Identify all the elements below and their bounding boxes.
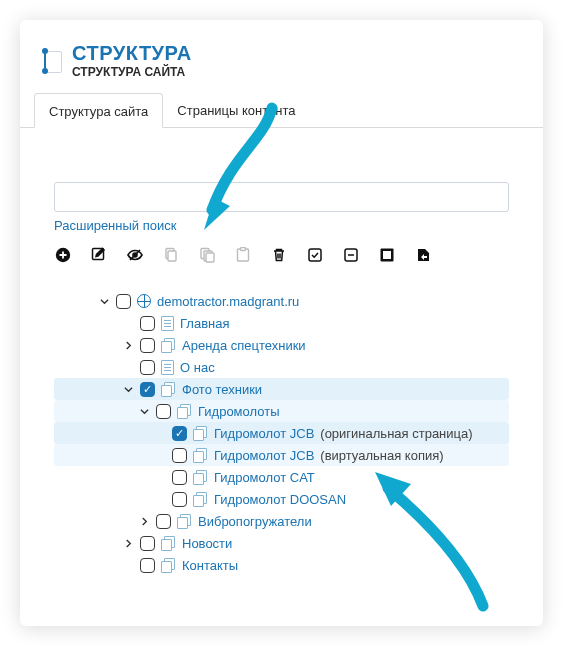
checkbox[interactable] — [140, 360, 155, 375]
svg-rect-7 — [168, 251, 176, 261]
tree-node[interactable]: О нас — [54, 356, 509, 378]
checkbox[interactable] — [116, 294, 131, 309]
node-label[interactable]: Гидромолот CAT — [214, 470, 315, 485]
pages-icon — [161, 536, 176, 551]
page-subtitle: СТРУКТУРА САЙТА — [72, 65, 192, 79]
checkbox[interactable] — [140, 558, 155, 573]
tree-node[interactable]: Контакты — [54, 554, 509, 576]
expand-toggle[interactable] — [138, 405, 150, 417]
node-label[interactable]: Гидромолот DOOSAN — [214, 492, 346, 507]
expand-toggle[interactable] — [122, 383, 134, 395]
checkbox[interactable] — [140, 382, 155, 397]
page-icon — [161, 360, 174, 375]
checkbox[interactable] — [172, 426, 187, 441]
node-label[interactable]: Фото техники — [182, 382, 262, 397]
paste-button[interactable] — [234, 246, 252, 264]
expand-button[interactable] — [378, 246, 396, 264]
tree-node[interactable]: Аренда спецтехники — [54, 334, 509, 356]
pages-icon — [193, 426, 208, 441]
pages-icon — [177, 514, 192, 529]
tree-node[interactable]: Гидромолоты — [54, 400, 509, 422]
node-label[interactable]: Гидромолоты — [198, 404, 279, 419]
tabs: Структура сайта Страницы контента — [20, 93, 543, 128]
copy-branch-button[interactable] — [198, 246, 216, 264]
checkbox[interactable] — [156, 514, 171, 529]
node-label[interactable]: Гидромолот JCB — [214, 426, 314, 441]
search-input[interactable] — [63, 183, 494, 211]
svg-rect-13 — [309, 249, 321, 261]
pages-icon — [161, 338, 176, 353]
advanced-search-link[interactable]: Расширенный поиск — [54, 218, 176, 233]
tree-node-selected[interactable]: Гидромолот JCB (оригинальная страница) — [54, 422, 509, 444]
add-button[interactable] — [54, 246, 72, 264]
node-label[interactable]: Главная — [180, 316, 229, 331]
pages-icon — [193, 448, 208, 463]
checkbox[interactable] — [140, 316, 155, 331]
export-button[interactable] — [414, 246, 432, 264]
checkbox[interactable] — [140, 536, 155, 551]
checkbox[interactable] — [156, 404, 171, 419]
page-icon — [161, 316, 174, 331]
pages-icon — [177, 404, 192, 419]
tree-root[interactable]: demotractor.madgrant.ru — [54, 290, 509, 312]
expand-toggle[interactable] — [122, 339, 134, 351]
tree-node[interactable]: Главная — [54, 312, 509, 334]
edit-button[interactable] — [90, 246, 108, 264]
content-area: Расширенный поиск — [20, 128, 543, 586]
search-icon[interactable] — [494, 188, 502, 206]
structure-icon — [42, 48, 62, 74]
pages-icon — [161, 382, 176, 397]
tree-node[interactable]: Гидромолот DOOSAN — [54, 488, 509, 510]
node-label[interactable]: Контакты — [182, 558, 238, 573]
node-label[interactable]: Аренда спецтехники — [182, 338, 306, 353]
tree-view: demotractor.madgrant.ru Главная Аренда с… — [54, 290, 509, 576]
tree-node[interactable]: Новости — [54, 532, 509, 554]
svg-rect-12 — [241, 248, 246, 251]
tree-node[interactable]: Вибропогружатели — [54, 510, 509, 532]
node-label[interactable]: Вибропогружатели — [198, 514, 312, 529]
expand-toggle[interactable] — [138, 515, 150, 527]
select-all-button[interactable] — [306, 246, 324, 264]
tab-content-pages[interactable]: Страницы контента — [163, 93, 309, 127]
checkbox[interactable] — [140, 338, 155, 353]
checkbox[interactable] — [172, 448, 187, 463]
node-label[interactable]: Гидромолот JCB — [214, 448, 314, 463]
pages-icon — [193, 470, 208, 485]
expand-toggle[interactable] — [98, 295, 110, 307]
deselect-all-button[interactable] — [342, 246, 360, 264]
delete-button[interactable] — [270, 246, 288, 264]
node-label[interactable]: О нас — [180, 360, 215, 375]
panel-header: СТРУКТУРА СТРУКТУРА САЙТА — [20, 20, 543, 87]
checkbox[interactable] — [172, 470, 187, 485]
copy-button[interactable] — [162, 246, 180, 264]
page-title: СТРУКТУРА — [72, 42, 192, 65]
structure-panel: СТРУКТУРА СТРУКТУРА САЙТА Структура сайт… — [20, 20, 543, 626]
checkbox[interactable] — [172, 492, 187, 507]
toolbar — [54, 246, 509, 264]
svg-rect-10 — [206, 253, 214, 262]
node-suffix: (оригинальная страница) — [320, 426, 472, 441]
tab-site-structure[interactable]: Структура сайта — [34, 93, 163, 128]
tree-node[interactable]: Гидромолот CAT — [54, 466, 509, 488]
pages-icon — [161, 558, 176, 573]
tree-node[interactable]: Гидромолот JCB (виртуальная копия) — [54, 444, 509, 466]
expand-toggle[interactable] — [122, 537, 134, 549]
node-suffix: (виртуальная копия) — [320, 448, 443, 463]
search-box — [54, 182, 509, 212]
node-label[interactable]: demotractor.madgrant.ru — [157, 294, 299, 309]
pages-icon — [193, 492, 208, 507]
globe-icon — [137, 294, 151, 308]
tree-node-selected[interactable]: Фото техники — [54, 378, 509, 400]
visibility-button[interactable] — [126, 246, 144, 264]
node-label[interactable]: Новости — [182, 536, 232, 551]
